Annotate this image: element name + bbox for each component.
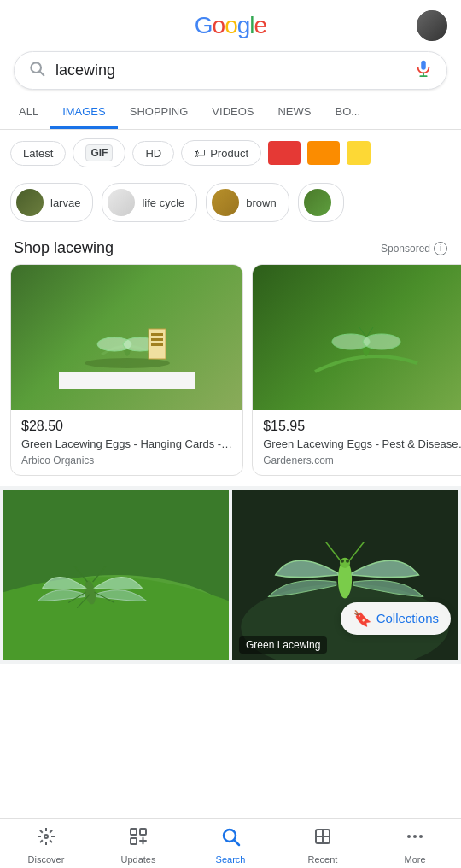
image-grid: 🔖 Collections Green Lacewing — [0, 486, 461, 664]
nav-tabs: ALL IMAGES SHOPPING VIDEOS NEWS BO... — [0, 97, 461, 130]
related-chip-larvae-label: larvae — [50, 196, 80, 209]
svg-rect-13 — [151, 343, 163, 346]
tab-news[interactable]: NEWS — [266, 97, 323, 129]
shop-cards: $28.50 Green Lacewing Eggs - Hanging Car… — [0, 264, 461, 486]
svg-point-38 — [341, 560, 344, 563]
search-query[interactable]: lacewing — [55, 62, 407, 79]
filter-latest[interactable]: Latest — [10, 141, 66, 166]
svg-rect-12 — [151, 338, 163, 341]
logo-letter-e: e — [254, 12, 267, 38]
filter-row: Latest GIF HD 🏷 Product — [0, 130, 461, 176]
shop-card-1-image — [11, 265, 242, 410]
search-icon — [28, 60, 45, 81]
shop-section: Shop lacewing Sponsored i — [0, 229, 461, 486]
tab-all[interactable]: ALL — [7, 97, 50, 129]
image-left[interactable] — [3, 490, 229, 660]
avatar[interactable] — [417, 10, 447, 41]
shop-title: Shop lacewing — [14, 239, 114, 257]
svg-point-37 — [340, 558, 350, 568]
filter-hd[interactable]: HD — [132, 141, 174, 166]
shop-card-2-seller: Gardeners.com — [263, 455, 461, 466]
shop-card-2-name: Green Lacewing Eggs - Pest & Disease… — [263, 437, 461, 452]
shop-card-1[interactable]: $28.50 Green Lacewing Eggs - Hanging Car… — [10, 264, 243, 476]
related-chips-row: larvae life cycle brown — [0, 176, 461, 229]
shop-card-2-price: $15.95 — [263, 419, 461, 434]
related-chip-larvae[interactable]: larvae — [10, 183, 93, 222]
related-chip-brown-label: brown — [246, 196, 276, 209]
svg-rect-9 — [59, 372, 195, 389]
related-chip-4[interactable] — [298, 183, 344, 222]
filter-color-orange[interactable] — [307, 141, 340, 165]
svg-rect-2 — [421, 61, 426, 70]
related-chip-4-img — [304, 189, 331, 216]
svg-rect-11 — [151, 333, 163, 336]
related-chip-brown-img — [212, 189, 239, 216]
tab-videos[interactable]: VIDEOS — [200, 97, 266, 129]
collections-label: Collections — [376, 611, 439, 625]
logo-letter-g: g — [237, 12, 250, 38]
shop-card-1-seller: Arbico Organics — [21, 455, 232, 466]
logo-letter-G: G — [195, 12, 213, 38]
product-tag-icon: 🏷 — [194, 146, 206, 160]
gif-badge: GIF — [85, 144, 113, 161]
tab-images[interactable]: IMAGES — [50, 97, 118, 129]
info-icon[interactable]: i — [434, 242, 447, 255]
filter-gif[interactable]: GIF — [73, 138, 125, 167]
filter-product[interactable]: 🏷 Product — [181, 140, 261, 166]
image-right-placeholder: 🔖 Collections Green Lacewing — [232, 490, 458, 660]
google-logo: Google — [44, 12, 417, 39]
shop-card-1-name: Green Lacewing Eggs - Hanging Cards -… — [21, 437, 232, 452]
tab-shopping[interactable]: SHOPPING — [118, 97, 201, 129]
bookmark-icon: 🔖 — [353, 609, 371, 628]
header: Google — [0, 0, 461, 48]
image-left-placeholder — [3, 490, 229, 660]
filter-color-red[interactable] — [268, 141, 301, 165]
shop-card-1-body: $28.50 Green Lacewing Eggs - Hanging Car… — [11, 410, 242, 475]
filter-product-label: Product — [210, 147, 248, 160]
related-chip-brown[interactable]: brown — [206, 183, 289, 222]
related-chip-larvae-img — [16, 189, 44, 216]
collections-button[interactable]: 🔖 Collections — [341, 602, 451, 635]
shop-header: Shop lacewing Sponsored i — [0, 229, 461, 264]
svg-line-1 — [40, 72, 44, 76]
logo-letter-o1: o — [213, 12, 225, 38]
filter-hd-label: HD — [145, 147, 161, 160]
svg-point-16 — [363, 334, 400, 349]
logo-letter-o2: o — [225, 12, 237, 38]
tab-books[interactable]: BO... — [323, 97, 372, 129]
green-lacewing-label: Green Lacewing — [239, 636, 327, 654]
sponsored-label: Sponsored — [381, 243, 430, 255]
filter-latest-label: Latest — [23, 147, 53, 160]
search-bar[interactable]: lacewing — [14, 51, 447, 90]
shop-card-2-body: $15.95 Green Lacewing Eggs - Pest & Dise… — [253, 410, 461, 475]
image-right[interactable]: 🔖 Collections Green Lacewing — [232, 490, 458, 660]
svg-point-5 — [85, 358, 170, 368]
svg-point-39 — [346, 560, 349, 563]
related-chip-lifecycle-label: life cycle — [142, 196, 184, 209]
sponsored-badge: Sponsored i — [381, 242, 447, 255]
shop-card-2-image — [253, 265, 461, 410]
shop-card-2[interactable]: $15.95 Green Lacewing Eggs - Pest & Dise… — [252, 264, 461, 476]
microphone-icon[interactable] — [414, 59, 433, 82]
shop-card-1-price: $28.50 — [21, 419, 232, 434]
related-chip-lifecycle[interactable]: life cycle — [102, 183, 197, 222]
filter-color-yellow[interactable] — [347, 141, 371, 165]
related-chip-lifecycle-img — [108, 189, 135, 216]
